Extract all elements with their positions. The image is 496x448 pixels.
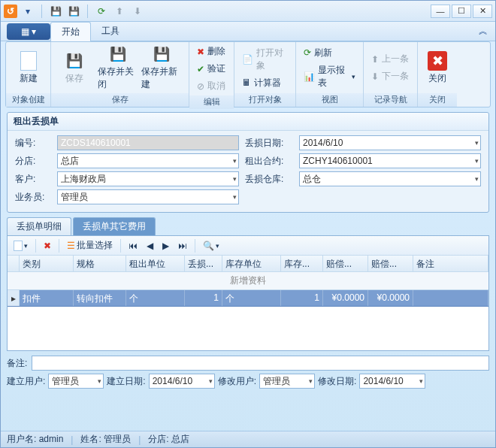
qat-dropdown[interactable]: ▾ — [20, 4, 35, 19]
detail-batch-button[interactable]: ☰批量选择 — [64, 238, 116, 253]
label-modify-date: 修改日期: — [318, 375, 356, 388]
field-date[interactable]: 2014/6/10▾ — [299, 135, 481, 150]
col-comp1[interactable]: 赔偿... — [323, 256, 368, 271]
down-icon: ⬇ — [371, 71, 379, 82]
col-remark[interactable]: 备注 — [413, 256, 488, 271]
detail-delete-button[interactable]: ✖ — [41, 239, 54, 253]
field-owner[interactable]: 管理员▾ — [57, 189, 239, 204]
label-code: 编号: — [15, 137, 51, 150]
field-contract[interactable]: ZCHY140610001▾ — [299, 153, 481, 168]
col-comp2[interactable]: 赔偿... — [368, 256, 413, 271]
calc-icon: 🖩 — [242, 77, 251, 88]
detail-last-button[interactable]: ⏭ — [175, 239, 190, 253]
group-nav: 记录导航 — [364, 93, 417, 107]
validate-button[interactable]: ✔验证 — [192, 61, 230, 77]
chevron-down-icon[interactable]: ▾ — [475, 175, 479, 183]
search-icon: 🔍 — [203, 241, 214, 251]
field-branch[interactable]: 总店▾ — [57, 153, 239, 168]
open-object-button: 📄打开对象 — [237, 45, 292, 74]
panel-title: 租出丢损单 — [8, 113, 488, 131]
status-branch: 分店: 总店 — [148, 433, 189, 446]
grid-header: 类别 规格 租出单位 丢损... 库存单位 库存... 赔偿... 赔偿... … — [8, 256, 488, 272]
save-new-icon: 💾 — [151, 44, 172, 64]
group-close: 关闭 — [418, 93, 457, 107]
field-modify-date[interactable]: 2014/6/10▾ — [359, 374, 425, 389]
collapse-ribbon-icon[interactable]: ︽ — [479, 25, 488, 38]
status-name: 姓名: 管理员 — [80, 433, 131, 446]
prev-button: ⬆上一条 — [367, 51, 413, 67]
tab-tools[interactable]: 工具 — [91, 22, 130, 41]
chevron-down-icon[interactable]: ▾ — [233, 193, 237, 201]
detail-next-button[interactable]: ▶ — [159, 239, 172, 253]
field-customer[interactable]: 上海财政局▾ — [57, 171, 239, 186]
minimize-button[interactable]: — — [431, 5, 450, 18]
field-create-date[interactable]: 2014/6/10▾ — [149, 374, 215, 389]
cancel-icon: ⊘ — [197, 81, 204, 92]
file-menu-button[interactable]: ▦ ▾ — [7, 23, 50, 40]
next-button: ⬇下一条 — [367, 68, 413, 84]
table-row[interactable]: ▸ 扣件 转向扣件 个 1 个 1 ¥0.0000 ¥0.0000 — [8, 290, 488, 307]
save-button: 💾 保存 — [54, 44, 95, 92]
chevron-down-icon[interactable]: ▾ — [98, 377, 101, 385]
qat-refresh-icon[interactable]: ⟳ — [94, 4, 109, 19]
grid-new-row[interactable]: 新增资料 — [8, 272, 488, 290]
delete-icon: ✖ — [44, 241, 51, 251]
tab-detail[interactable]: 丢损单明细 — [7, 217, 71, 235]
refresh-button[interactable]: ⟳刷新 — [299, 45, 360, 61]
save-close-button[interactable]: 💾 保存并关闭 — [98, 44, 138, 92]
label-remark: 备注: — [7, 357, 27, 370]
new-button[interactable]: 新建 — [9, 44, 47, 92]
col-rent-unit[interactable]: 租出单位 — [126, 256, 185, 271]
qat-up-icon[interactable]: ⬆ — [112, 4, 127, 19]
delete-icon: ✖ — [197, 47, 204, 57]
delete-button[interactable]: ✖删除 — [192, 44, 230, 59]
field-remark[interactable] — [32, 356, 489, 371]
app-icon: ↺ — [4, 5, 17, 18]
chevron-down-icon[interactable]: ▾ — [233, 157, 237, 165]
group-new: 对象创建 — [6, 93, 50, 107]
col-loss[interactable]: 丢损... — [185, 256, 222, 271]
chevron-down-icon[interactable]: ▾ — [475, 157, 479, 165]
col-category[interactable]: 类别 — [20, 256, 74, 271]
report-button[interactable]: 📊显示报表▾ — [299, 62, 360, 91]
col-stock-unit[interactable]: 库存单位 — [222, 256, 281, 271]
label-owner: 业务员: — [15, 191, 51, 204]
save-icon: 💾 — [64, 51, 85, 71]
field-warehouse[interactable]: 总仓▾ — [299, 171, 481, 186]
close-button[interactable]: ✖ 关闭 — [421, 44, 454, 92]
form-panel: 租出丢损单 编号: ZCDS140610001 丢损日期: 2014/6/10▾… — [7, 112, 489, 213]
qat-down-icon[interactable]: ⬇ — [130, 4, 145, 19]
label-create-user: 建立用户: — [7, 375, 45, 388]
detail-first-button[interactable]: ⏮ — [126, 239, 141, 253]
tab-start[interactable]: 开始 — [50, 22, 91, 41]
close-window-button[interactable]: ✕ — [473, 5, 492, 18]
label-date: 丢损日期: — [245, 137, 293, 150]
chevron-down-icon[interactable]: ▾ — [475, 139, 479, 147]
report-icon: 📊 — [304, 71, 315, 82]
col-stock[interactable]: 库存... — [281, 256, 323, 271]
calc-button[interactable]: 🖩计算器 — [237, 75, 292, 91]
label-warehouse: 丢损仓库: — [245, 173, 293, 186]
status-user: 用户名: admin — [7, 433, 63, 446]
maximize-button[interactable]: ☐ — [452, 5, 471, 18]
field-modify-user[interactable]: 管理员▾ — [259, 374, 315, 389]
group-save: 保存 — [51, 93, 189, 107]
chevron-down-icon[interactable]: ▾ — [309, 377, 313, 385]
qat-save-icon[interactable]: 💾 — [48, 4, 63, 19]
chevron-down-icon[interactable]: ▾ — [209, 377, 213, 385]
save-close-icon: 💾 — [107, 44, 129, 64]
chevron-down-icon[interactable]: ▾ — [233, 175, 237, 183]
col-spec[interactable]: 规格 — [74, 256, 126, 271]
label-contract: 租出合约: — [245, 155, 293, 168]
save-new-button[interactable]: 💾 保存并新建 — [141, 44, 182, 92]
detail-new-button[interactable]: ▾ — [11, 239, 31, 253]
field-code: ZCDS140610001 — [57, 135, 239, 150]
detail-search-button[interactable]: 🔍▾ — [200, 239, 222, 253]
field-create-user[interactable]: 管理员▾ — [48, 374, 104, 389]
cancel-button: ⊘取消 — [192, 78, 230, 94]
chevron-down-icon[interactable]: ▾ — [419, 377, 423, 385]
group-view: 视图 — [296, 93, 363, 107]
qat-save-close-icon[interactable]: 💾 — [66, 4, 81, 19]
tab-other-fees[interactable]: 丢损单其它费用 — [73, 217, 156, 235]
detail-prev-button[interactable]: ◀ — [144, 239, 156, 253]
